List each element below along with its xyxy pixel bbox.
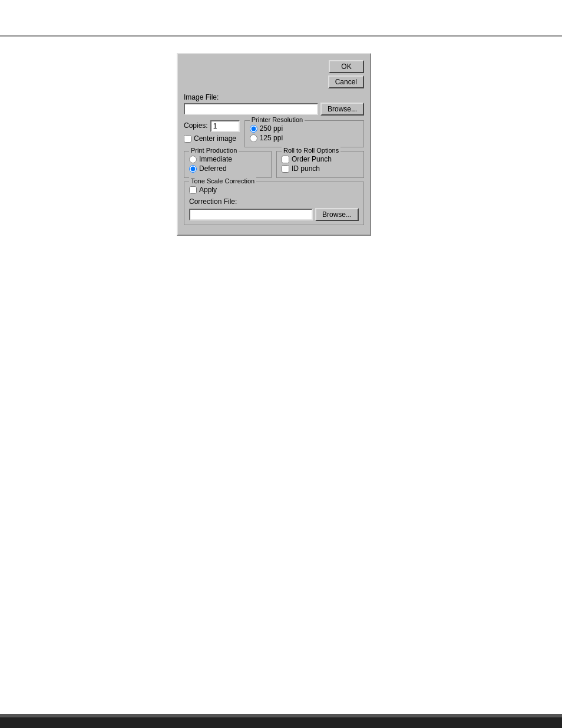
radio-immediate-row: Immediate xyxy=(189,155,266,163)
immediate-label: Immediate xyxy=(199,155,232,163)
radio-250ppi-row: 250 ppi xyxy=(250,124,359,133)
center-image-row: Center image xyxy=(184,134,240,143)
radio-125ppi-row: 125 ppi xyxy=(250,134,359,142)
top-buttons-area: OK Cancel xyxy=(184,60,364,88)
apply-checkbox[interactable] xyxy=(189,186,197,194)
correction-file-input[interactable] xyxy=(189,209,313,220)
printer-resolution-title: Printer Resolution xyxy=(250,116,305,123)
image-file-input[interactable] xyxy=(184,103,318,115)
ok-button[interactable]: OK xyxy=(329,60,364,73)
roll-to-roll-title: Roll to Roll Options xyxy=(282,147,340,154)
copies-input-row: Copies: xyxy=(184,120,240,132)
order-punch-row: Order Punch xyxy=(282,155,359,163)
id-punch-checkbox[interactable] xyxy=(282,165,289,173)
id-punch-label: ID punch xyxy=(292,164,320,173)
browse2-button[interactable]: Browse... xyxy=(315,208,359,221)
resolution-125-label: 125 ppi xyxy=(260,134,283,142)
deferred-label: Deferred xyxy=(199,164,227,173)
top-divider xyxy=(0,35,562,37)
center-image-checkbox[interactable] xyxy=(184,135,191,143)
radio-250ppi[interactable] xyxy=(250,125,257,133)
browse-button[interactable]: Browse... xyxy=(320,103,364,116)
order-punch-label: Order Punch xyxy=(292,155,332,163)
cancel-button[interactable]: Cancel xyxy=(328,75,364,88)
copies-section: Copies: Center image xyxy=(184,120,240,147)
id-punch-row: ID punch xyxy=(282,164,359,173)
copies-resolution-row: Copies: Center image Printer Resolution … xyxy=(184,120,364,147)
order-punch-checkbox[interactable] xyxy=(282,156,289,163)
correction-file-label: Correction File: xyxy=(189,197,359,206)
print-dialog: OK Cancel Image File: Browse... Copies: … xyxy=(177,53,371,236)
print-production-title: Print Production xyxy=(189,147,239,154)
center-image-label: Center image xyxy=(194,134,236,143)
image-file-label: Image File: xyxy=(184,93,364,101)
apply-label: Apply xyxy=(199,186,217,194)
resolution-250-label: 250 ppi xyxy=(260,124,283,133)
apply-row: Apply xyxy=(189,186,359,194)
production-roll-row: Print Production Immediate Deferred Roll… xyxy=(184,151,364,178)
copies-label: Copies: xyxy=(184,121,208,130)
bottom-bar xyxy=(0,717,562,728)
radio-deferred-row: Deferred xyxy=(189,164,266,173)
image-file-row: Browse... xyxy=(184,103,364,116)
correction-file-row: Browse... xyxy=(189,208,359,221)
radio-immediate[interactable] xyxy=(189,156,197,163)
print-production-group: Print Production Immediate Deferred xyxy=(184,151,272,178)
copies-input[interactable] xyxy=(210,120,240,132)
tone-scale-group: Tone Scale Correction Apply Correction F… xyxy=(184,182,364,225)
printer-resolution-group: Printer Resolution 250 ppi 125 ppi xyxy=(244,120,364,147)
radio-125ppi[interactable] xyxy=(250,134,257,142)
radio-deferred[interactable] xyxy=(189,165,197,173)
roll-to-roll-group: Roll to Roll Options Order Punch ID punc… xyxy=(276,151,364,178)
tone-scale-title: Tone Scale Correction xyxy=(189,177,256,185)
